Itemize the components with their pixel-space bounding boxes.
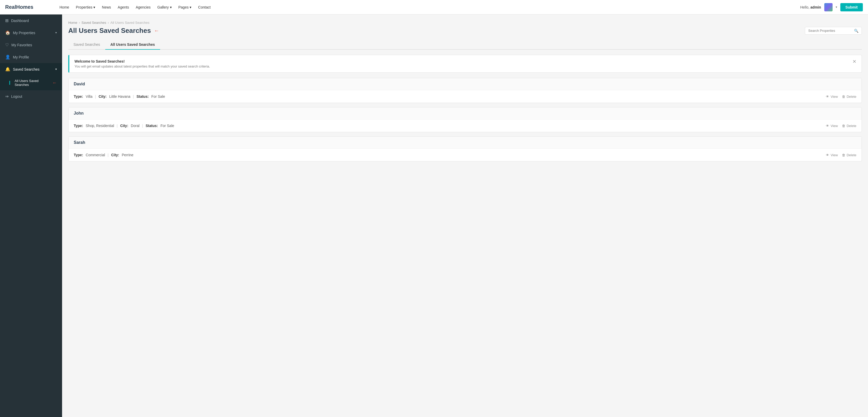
breadcrumb-saved-searches[interactable]: Saved Searches <box>82 21 106 25</box>
view-button-john[interactable]: 👁 View <box>826 124 838 128</box>
search-details-sarah: Type: Commercial | City: Perrine <box>74 153 133 157</box>
city-label: City: <box>98 94 106 98</box>
dashboard-icon: ⊞ <box>5 18 8 23</box>
view-label-sarah: View <box>831 153 838 157</box>
tab-saved-searches[interactable]: Saved Searches <box>68 40 105 50</box>
sidebar-label-dashboard: Dashboard <box>11 19 29 23</box>
main-content: Home › Saved Searches › All Users Saved … <box>62 14 868 417</box>
sidebar-item-dashboard[interactable]: ⊞ Dashboard <box>0 14 62 27</box>
title-arrow-indicator: ← <box>154 28 159 34</box>
user-card-david: David Type: Villa | City: Little Havana … <box>68 78 862 103</box>
eye-icon: 👁 <box>826 95 829 98</box>
tabs-row: Saved Searches All Users Saved Searches <box>68 40 862 50</box>
sidebar-item-my-properties[interactable]: 🏠 My Properties ▾ <box>0 27 62 39</box>
view-button-david[interactable]: 👁 View <box>826 95 838 98</box>
search-input[interactable] <box>808 29 852 33</box>
breadcrumb-home[interactable]: Home <box>68 21 78 25</box>
delete-button-john[interactable]: 🗑 Delete <box>842 124 856 128</box>
delete-button-sarah[interactable]: 🗑 Delete <box>842 153 856 157</box>
nav-agents[interactable]: Agents <box>115 4 132 11</box>
nav-agencies[interactable]: Agencies <box>133 4 153 11</box>
breadcrumb-current: All Users Saved Searches <box>111 21 150 25</box>
user-name-john: John <box>68 107 862 120</box>
user-icon: 👤 <box>5 55 10 59</box>
type-value-david: Villa <box>86 94 92 98</box>
city-label-sarah: City: <box>111 153 119 157</box>
chevron-down-icon-saved: ▾ <box>55 67 57 71</box>
trash-icon: 🗑 <box>842 95 845 98</box>
sep-j2: | <box>142 124 143 128</box>
search-icon: 🔍 <box>854 29 859 33</box>
user-card-body-david: Type: Villa | City: Little Havana | Stat… <box>68 90 862 103</box>
sidebar-item-my-profile[interactable]: 👤 My Profile <box>0 51 62 63</box>
top-navigation: RealHomes Home Properties ▾ News Agents … <box>0 0 868 14</box>
delete-label-sarah: Delete <box>846 153 856 157</box>
user-card-sarah: Sarah Type: Commercial | City: Perrine 👁… <box>68 136 862 161</box>
page-header: All Users Saved Searches ← 🔍 <box>68 27 862 35</box>
action-buttons-david: 👁 View 🗑 Delete <box>826 95 856 98</box>
page-title-row: All Users Saved Searches ← <box>68 27 159 35</box>
city-value-david: Little Havana <box>109 94 130 98</box>
sidebar-label-my-favorites: My Favorites <box>11 43 32 47</box>
eye-icon-john: 👁 <box>826 124 829 128</box>
nav-gallery[interactable]: Gallery ▾ <box>155 4 174 11</box>
city-value-john: Doral <box>131 124 140 128</box>
nav-properties[interactable]: Properties ▾ <box>73 4 98 11</box>
action-buttons-john: 👁 View 🗑 Delete <box>826 124 856 128</box>
eye-icon-sarah: 👁 <box>826 153 829 157</box>
avatar[interactable] <box>824 3 833 11</box>
type-label: Type: <box>74 94 83 98</box>
sep-1: | <box>95 94 96 98</box>
status-label-john: Status: <box>146 124 158 128</box>
search-details-john: Type: Shop, Residential | City: Doral | … <box>74 124 174 128</box>
sidebar-item-saved-searches[interactable]: 🔔 Saved Searches ▾ <box>0 63 62 75</box>
user-card-john: John Type: Shop, Residential | City: Dor… <box>68 107 862 132</box>
info-banner: Welcome to Saved Searches! You will get … <box>68 55 862 73</box>
sidebar-label-my-profile: My Profile <box>13 55 29 59</box>
sidebar-label-all-users-saved-searches: All Users Saved Searches <box>15 79 49 87</box>
nav-news[interactable]: News <box>99 4 114 11</box>
action-buttons-sarah: 👁 View 🗑 Delete <box>826 153 856 157</box>
sidebar: ⊞ Dashboard 🏠 My Properties ▾ ♡ My Favor… <box>0 14 62 417</box>
type-value-sarah: Commercial <box>86 153 105 157</box>
user-card-body-sarah: Type: Commercial | City: Perrine 👁 View … <box>68 149 862 161</box>
chevron-down-icon: ▾ <box>55 31 57 34</box>
sidebar-label-saved-searches: Saved Searches <box>13 67 39 71</box>
city-value-sarah: Perrine <box>122 153 133 157</box>
delete-label: Delete <box>846 95 856 98</box>
layout: ⊞ Dashboard 🏠 My Properties ▾ ♡ My Favor… <box>0 14 868 417</box>
nav-pages[interactable]: Pages ▾ <box>176 4 194 11</box>
delete-button-david[interactable]: 🗑 Delete <box>842 95 856 98</box>
delete-label-john: Delete <box>846 124 856 128</box>
sidebar-item-all-users-saved-searches[interactable]: All Users Saved Searches ← <box>0 75 62 90</box>
info-banner-text: Welcome to Saved Searches! You will get … <box>74 59 210 68</box>
top-right-area: Hello, admin ▾ Submit <box>800 3 863 11</box>
sep-j1: | <box>117 124 118 128</box>
brand-logo[interactable]: RealHomes <box>5 4 57 10</box>
view-label: View <box>831 95 838 98</box>
close-banner-button[interactable]: ✕ <box>852 59 856 64</box>
user-name-sarah: Sarah <box>68 137 862 149</box>
city-label-john: City: <box>120 124 128 128</box>
breadcrumb-sep-2: › <box>107 21 108 25</box>
nav-home[interactable]: Home <box>57 4 72 11</box>
sidebar-label-logout: Logout <box>11 94 22 98</box>
submit-button[interactable]: Submit <box>840 3 863 11</box>
sidebar-item-logout[interactable]: ⇒ Logout <box>0 90 62 102</box>
username-text: admin <box>810 5 821 9</box>
nav-contact[interactable]: Contact <box>195 4 213 11</box>
sidebar-label-my-properties: My Properties <box>13 31 35 35</box>
status-value-john: For Sale <box>160 124 174 128</box>
view-button-sarah[interactable]: 👁 View <box>826 153 838 157</box>
avatar-dropdown-arrow[interactable]: ▾ <box>836 5 837 9</box>
page-title: All Users Saved Searches <box>68 27 151 35</box>
sidebar-item-my-favorites[interactable]: ♡ My Favorites <box>0 39 62 51</box>
sep-2: | <box>133 94 134 98</box>
search-box: 🔍 <box>805 27 862 35</box>
info-banner-title: Welcome to Saved Searches! <box>74 59 210 63</box>
breadcrumb: Home › Saved Searches › All Users Saved … <box>68 21 862 25</box>
greeting-text: Hello, admin <box>800 5 821 9</box>
tab-all-users-saved-searches[interactable]: All Users Saved Searches <box>105 40 160 50</box>
trash-icon-john: 🗑 <box>842 124 845 128</box>
bell-icon: 🔔 <box>5 67 10 72</box>
